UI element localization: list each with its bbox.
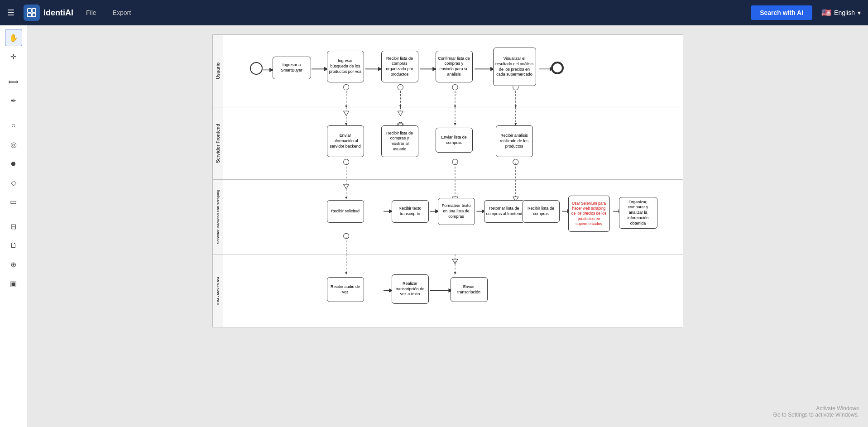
swimlane-usuario: Usuario bbox=[213, 35, 683, 107]
svg-marker-22 bbox=[343, 111, 349, 115]
canvas[interactable]: Usuario bbox=[27, 25, 868, 427]
task-recibir-lista[interactable]: Recibir lista de compras organizada por … bbox=[381, 51, 418, 82]
logo-icon bbox=[24, 5, 40, 21]
frame-tool[interactable]: ▣ bbox=[5, 275, 22, 292]
svg-point-26 bbox=[452, 159, 457, 165]
logo-text: IdentiAI bbox=[43, 8, 73, 18]
language-selector[interactable]: 🇺🇸 English ▾ bbox=[821, 8, 861, 18]
task-confirmar-lista[interactable]: Confirmar lista de compras y enviarla pa… bbox=[436, 51, 473, 82]
search-ai-button[interactable]: Search with AI bbox=[751, 5, 812, 20]
task-realizar-transcripcion[interactable]: Realizar transcripción de voz a texto bbox=[392, 274, 429, 304]
start-event-1 bbox=[250, 62, 263, 75]
cylinder-tool[interactable]: ⊕ bbox=[5, 256, 22, 273]
circle-filled-tool[interactable]: ● bbox=[5, 155, 22, 172]
task-organizar-comparar[interactable]: Organizar, comparar y analizar la inform… bbox=[619, 197, 657, 229]
flag-icon: 🇺🇸 bbox=[821, 8, 831, 18]
nav-export[interactable]: Export bbox=[109, 7, 134, 18]
end-event-1 bbox=[551, 62, 564, 74]
svg-point-27 bbox=[513, 159, 518, 165]
diagram: Usuario bbox=[212, 34, 683, 327]
svg-marker-23 bbox=[398, 111, 403, 115]
task-retornar-lista[interactable]: Retornar lista de compras al frontend bbox=[484, 200, 525, 223]
swimlane-label-ibm: IBM - Mov to te4 bbox=[213, 254, 223, 327]
task-ingresar-busqueda[interactable]: Ingresar búsqueda de los productos por v… bbox=[327, 51, 364, 82]
svg-point-24 bbox=[343, 159, 349, 165]
task-selenium-scraping[interactable]: Usar Selenium para hacer web scraping de… bbox=[568, 196, 610, 232]
hand-tool[interactable]: ✋ bbox=[5, 29, 22, 46]
svg-point-16 bbox=[452, 84, 457, 90]
page-tool[interactable]: 🗋 bbox=[5, 237, 22, 254]
nav-file[interactable]: File bbox=[82, 7, 100, 18]
cursor-tool[interactable]: ✛ bbox=[5, 48, 22, 65]
svg-point-42 bbox=[343, 233, 349, 239]
swimlane-frontend: Servidor Frontend bbox=[213, 107, 683, 180]
svg-rect-2 bbox=[28, 13, 31, 17]
language-label: English bbox=[834, 9, 855, 16]
menu-icon[interactable]: ☰ bbox=[7, 8, 14, 18]
diamond-tool[interactable]: ◇ bbox=[5, 174, 22, 191]
header: ☰ IdentiAI File Export Search with AI 🇺🇸… bbox=[0, 0, 868, 25]
svg-rect-0 bbox=[28, 9, 31, 12]
circle-outlined-tool[interactable]: ◎ bbox=[5, 136, 22, 153]
main-area: ✋ ✛ ⟺ ✒ ○ ◎ ● ◇ ▭ ⊟ 🗋 ⊕ ▣ Usuario bbox=[0, 25, 868, 427]
task-recibir-audio[interactable]: Recibir audio de voz bbox=[327, 277, 364, 302]
task-recibir-lista-scraping[interactable]: Recibir lista de compras bbox=[523, 200, 560, 223]
svg-rect-1 bbox=[32, 9, 36, 12]
svg-marker-35 bbox=[343, 184, 349, 189]
task-enviar-lista-compras[interactable]: Enviar lista de compras bbox=[436, 128, 473, 153]
swimlane-label-frontend: Servidor Frontend bbox=[213, 107, 223, 179]
swimlane-label-usuario: Usuario bbox=[213, 35, 223, 107]
task-enviar-info-backend[interactable]: Enviar información al servidor backend bbox=[327, 125, 364, 157]
swimlane-content-frontend: Enviar información al servidor backend R… bbox=[223, 107, 683, 180]
swimlane-content-ibm: Recibir audio de voz Realizar transcripc… bbox=[223, 254, 683, 327]
svg-marker-48 bbox=[452, 259, 457, 264]
task-visualizar-resultado[interactable]: Visualizar el resultado del análisis de … bbox=[493, 48, 536, 86]
circle-empty-tool[interactable]: ○ bbox=[5, 117, 22, 134]
swimlane-content-backend: Recibir solicitud Recibir texto transcri… bbox=[223, 180, 683, 254]
task-recibir-solicitud[interactable]: Recibir solicitud bbox=[327, 200, 364, 223]
svg-point-15 bbox=[398, 84, 403, 90]
adjust-tool[interactable]: ⟺ bbox=[5, 73, 22, 90]
rect-tool[interactable]: ▭ bbox=[5, 193, 22, 210]
task-recibir-texto[interactable]: Recibir texto transcrip-to bbox=[392, 200, 429, 223]
task-formatear-texto[interactable]: Formatear texto en una lista de compras bbox=[438, 198, 475, 225]
pen-tool[interactable]: ✒ bbox=[5, 92, 22, 109]
logo-area: IdentiAI bbox=[24, 5, 73, 21]
task-recibir-mostrar[interactable]: Recibir lista de compras y mostrar al us… bbox=[381, 125, 418, 157]
table-tool[interactable]: ⊟ bbox=[5, 218, 22, 235]
task-enviar-transcripcion[interactable]: Enviar transcripción bbox=[451, 277, 488, 302]
swimlane-ibm: IBM - Mov to te4 bbox=[213, 254, 683, 327]
swimlane-backend-scraping: Servidor Backend con scraping bbox=[213, 180, 683, 254]
chevron-down-icon: ▾ bbox=[858, 9, 861, 16]
task-recibir-analisis[interactable]: Recibir análisis realizado de los produc… bbox=[496, 125, 533, 157]
svg-rect-3 bbox=[32, 13, 36, 17]
svg-point-14 bbox=[343, 84, 349, 90]
swimlane-label-backend: Servidor Backend con scraping bbox=[213, 180, 223, 254]
toolbar: ✋ ✛ ⟺ ✒ ○ ◎ ● ◇ ▭ ⊟ 🗋 ⊕ ▣ bbox=[0, 25, 27, 427]
swimlane-content-usuario: Ingresar a SmartBuyer Ingresar búsqueda … bbox=[223, 35, 683, 107]
task-ingresar-smartbuyer[interactable]: Ingresar a SmartBuyer bbox=[273, 57, 311, 79]
